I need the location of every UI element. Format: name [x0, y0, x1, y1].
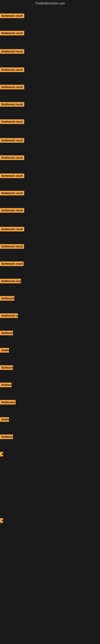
bottleneck-item-18[interactable]: Bottleneck re [0, 313, 18, 319]
bottleneck-item-12[interactable]: Bottleneck result [0, 208, 24, 214]
bottleneck-badge-2: Bottleneck result [0, 31, 24, 36]
bottleneck-item-22[interactable]: Bottlend [0, 382, 12, 388]
bottleneck-badge-14: Bottleneck result [0, 244, 24, 249]
bottleneck-badge-10: Bottleneck result [0, 174, 24, 178]
bottleneck-badge-8: Bottleneck result [0, 138, 24, 143]
bottleneck-item-5[interactable]: Bottleneck result [0, 85, 24, 90]
bottleneck-item-15[interactable]: Bottleneck result [0, 262, 24, 267]
bottleneck-badge-3: Bottleneck result [0, 49, 24, 54]
bottleneck-item-11[interactable]: Bottleneck result [0, 191, 24, 196]
bottleneck-badge-21: Bottlenec [0, 365, 13, 370]
bottleneck-badge-20: Bottle [0, 348, 9, 352]
bottleneck-badge-4: Bottleneck result [0, 68, 24, 72]
bottleneck-badge-13: Bottleneck result [0, 227, 24, 232]
bottleneck-badge-9: Bottleneck result [0, 155, 24, 160]
bottleneck-item-19[interactable]: Bottlenec [0, 331, 13, 336]
bottleneck-badge-16: Bottleneck resu [0, 279, 21, 283]
bottleneck-badge-6: Bottleneck result [0, 102, 24, 107]
bottleneck-item-7[interactable]: Bottleneck result [0, 119, 24, 125]
bottleneck-badge-1: Bottleneck result [0, 14, 24, 18]
bottleneck-item-23[interactable]: Bottleneck [0, 400, 16, 405]
bottleneck-badge-26: B [0, 452, 3, 456]
bottleneck-item-27[interactable]: B [0, 518, 3, 524]
bottleneck-item-2[interactable]: Bottleneck result [0, 31, 24, 36]
bottleneck-item-10[interactable]: Bottleneck result [0, 174, 24, 179]
bottleneck-badge-7: Bottleneck result [0, 119, 24, 124]
bottleneck-badge-17: Bottleneck [0, 296, 14, 301]
bottleneck-badge-15: Bottleneck result [0, 262, 24, 266]
bottleneck-badge-11: Bottleneck result [0, 191, 24, 196]
bottleneck-item-14[interactable]: Bottleneck result [0, 244, 24, 250]
bottleneck-item-3[interactable]: Bottleneck result [0, 49, 24, 54]
bottleneck-item-13[interactable]: Bottleneck result [0, 227, 24, 232]
site-title: TheBottlenecker.com [0, 0, 100, 6]
bottleneck-item-8[interactable]: Bottleneck result [0, 138, 24, 144]
bottleneck-item-1[interactable]: Bottleneck result [0, 14, 24, 19]
bottleneck-item-9[interactable]: Bottleneck result [0, 155, 24, 161]
bottleneck-badge-19: Bottlenec [0, 331, 13, 335]
bottleneck-item-26[interactable]: B [0, 452, 3, 457]
bottleneck-badge-12: Bottleneck result [0, 208, 24, 213]
bottleneck-item-6[interactable]: Bottleneck result [0, 102, 24, 108]
bottleneck-badge-18: Bottleneck re [0, 313, 18, 318]
bottleneck-item-25[interactable]: Bottlenec [0, 434, 13, 440]
bottleneck-badge-22: Bottlend [0, 382, 12, 387]
bottleneck-badge-24: Bottle [0, 417, 9, 422]
bottleneck-badge-5: Bottleneck result [0, 85, 24, 89]
bottleneck-badge-27: B [0, 518, 3, 523]
bottleneck-item-4[interactable]: Bottleneck result [0, 68, 24, 73]
bottleneck-badge-25: Bottlenec [0, 434, 13, 439]
bottleneck-item-20[interactable]: Bottle [0, 348, 9, 354]
bottleneck-item-21[interactable]: Bottlenec [0, 365, 13, 371]
bottleneck-item-24[interactable]: Bottle [0, 417, 9, 422]
bottleneck-item-16[interactable]: Bottleneck resu [0, 279, 21, 284]
bottleneck-badge-23: Bottleneck [0, 400, 16, 404]
bottleneck-item-17[interactable]: Bottleneck [0, 296, 14, 302]
